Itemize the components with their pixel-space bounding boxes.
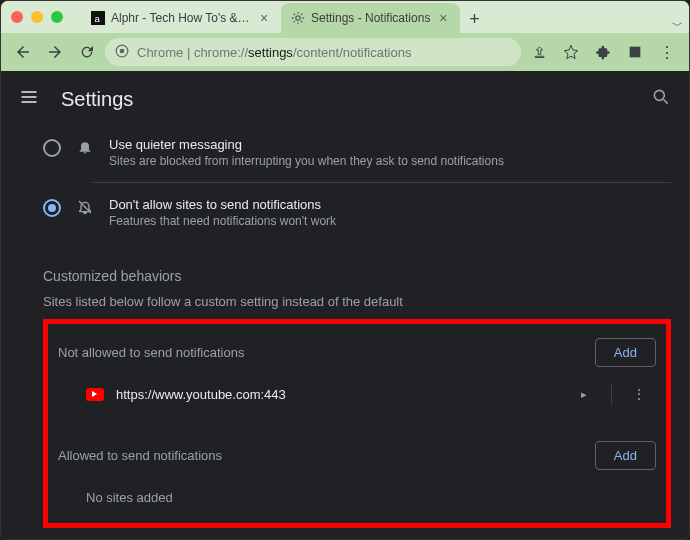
- divider: [93, 182, 671, 183]
- add-not-allowed-button[interactable]: Add: [595, 338, 656, 367]
- tab-alphr[interactable]: a Alphr - Tech How To's & Guides ×: [81, 3, 281, 33]
- close-tab-icon[interactable]: ×: [257, 10, 271, 26]
- option-sub: Features that need notifications won't w…: [109, 214, 336, 228]
- radio-selected[interactable]: [43, 199, 61, 217]
- account-icon[interactable]: [621, 38, 649, 66]
- browser-toolbar: Chrome | chrome://settings/content/notif…: [1, 33, 689, 71]
- tab-label: Alphr - Tech How To's & Guides: [111, 11, 251, 25]
- option-sub: Sites are blocked from interrupting you …: [109, 154, 504, 168]
- tabs-dropdown-icon[interactable]: ﹀: [665, 18, 689, 33]
- chrome-page-icon: [115, 44, 129, 61]
- allowed-label: Allowed to send notifications: [58, 448, 222, 463]
- chevron-right-icon[interactable]: ▸: [569, 388, 599, 401]
- bookmark-star-icon[interactable]: [557, 38, 585, 66]
- youtube-icon: [86, 388, 104, 401]
- allowed-header: Allowed to send notifications Add: [54, 435, 660, 476]
- svg-point-6: [654, 90, 664, 100]
- omnibox-url: Chrome | chrome://settings/content/notif…: [137, 45, 411, 60]
- divider: [611, 383, 612, 405]
- tab-label: Settings - Notifications: [311, 11, 430, 25]
- minimize-window-button[interactable]: [31, 11, 43, 23]
- add-allowed-button[interactable]: Add: [595, 441, 656, 470]
- not-allowed-label: Not allowed to send notifications: [58, 345, 244, 360]
- forward-button[interactable]: [41, 38, 69, 66]
- gear-icon: [291, 11, 305, 25]
- site-row-menu-icon[interactable]: ⋮: [624, 386, 654, 402]
- extensions-icon[interactable]: [589, 38, 617, 66]
- maximize-window-button[interactable]: [51, 11, 63, 23]
- site-url: https://www.youtube.com:443: [116, 387, 557, 402]
- customized-behaviors-heading: Customized behaviors: [43, 268, 671, 284]
- reload-button[interactable]: [73, 38, 101, 66]
- omnibox[interactable]: Chrome | chrome://settings/content/notif…: [105, 38, 521, 66]
- option-quieter-messaging[interactable]: Use quieter messaging Sites are blocked …: [43, 127, 671, 178]
- new-tab-button[interactable]: +: [460, 5, 488, 33]
- allowed-empty-text: No sites added: [54, 476, 660, 505]
- option-title: Use quieter messaging: [109, 137, 504, 152]
- close-tab-icon[interactable]: ×: [436, 10, 450, 26]
- svg-text:a: a: [95, 13, 101, 24]
- close-window-button[interactable]: [11, 11, 23, 23]
- svg-point-2: [296, 16, 300, 20]
- browser-menu-icon[interactable]: ⋮: [653, 38, 681, 66]
- radio-unselected[interactable]: [43, 139, 61, 157]
- back-button[interactable]: [9, 38, 37, 66]
- menu-icon[interactable]: [19, 87, 43, 111]
- settings-content: Use quieter messaging Sites are blocked …: [1, 127, 689, 528]
- tab-settings[interactable]: Settings - Notifications ×: [281, 3, 460, 33]
- settings-header: Settings: [1, 71, 689, 127]
- site-row-youtube[interactable]: https://www.youtube.com:443 ▸ ⋮: [54, 373, 660, 415]
- share-icon[interactable]: [525, 38, 553, 66]
- option-title: Don't allow sites to send notifications: [109, 197, 336, 212]
- bell-off-icon: [75, 199, 95, 215]
- svg-point-4: [120, 48, 125, 53]
- svg-rect-5: [630, 47, 641, 58]
- search-icon[interactable]: [651, 87, 671, 111]
- annotation-highlight: Not allowed to send notifications Add ht…: [43, 319, 671, 528]
- customized-behaviors-sub: Sites listed below follow a custom setti…: [43, 294, 671, 309]
- not-allowed-header: Not allowed to send notifications Add: [54, 332, 660, 373]
- tab-strip: a Alphr - Tech How To's & Guides × Setti…: [1, 1, 689, 33]
- bell-icon: [75, 139, 95, 155]
- page-title: Settings: [61, 88, 651, 111]
- favicon-alphr: a: [91, 11, 105, 25]
- option-dont-allow[interactable]: Don't allow sites to send notifications …: [43, 187, 671, 238]
- traffic-lights: [11, 11, 63, 23]
